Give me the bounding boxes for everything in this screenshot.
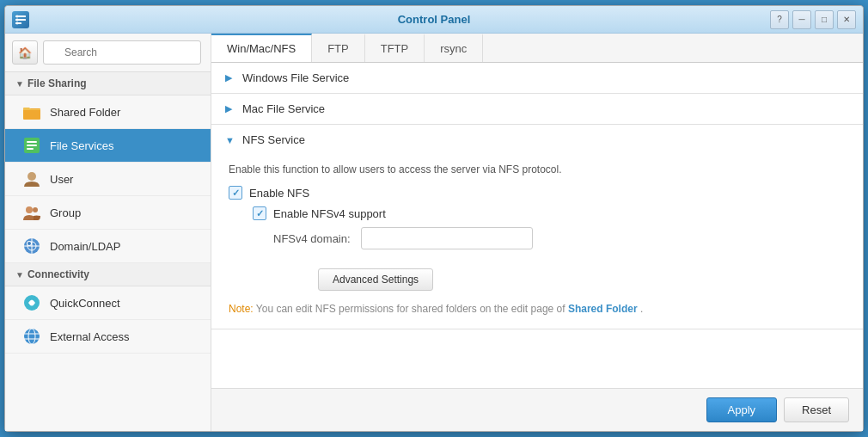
search-wrapper: 🔍 <box>43 40 204 65</box>
svg-point-17 <box>28 242 31 245</box>
window-title: Control Panel <box>398 13 471 26</box>
titlebar-icon-area <box>12 11 29 28</box>
svg-rect-8 <box>27 148 34 150</box>
mac-file-service-label: Mac File Service <box>242 102 325 115</box>
connectivity-label: Connectivity <box>28 268 89 280</box>
main-panel: Win/Mac/NFS FTP TFTP rsync ▶ Wi <box>211 34 863 431</box>
minimize-button[interactable]: ─ <box>792 10 811 29</box>
footer-bar: Apply Reset <box>211 388 863 431</box>
svg-rect-6 <box>27 141 37 143</box>
windows-file-service-section: ▶ Windows File Service <box>211 63 863 94</box>
file-sharing-header[interactable]: ▼ File Sharing <box>5 72 211 95</box>
help-button[interactable]: ? <box>770 10 789 29</box>
domain-icon <box>22 237 41 255</box>
nfs-service-header[interactable]: ▼ NFS Service <box>211 125 863 155</box>
connectivity-header[interactable]: ▼ Connectivity <box>5 263 211 286</box>
apply-button[interactable]: Apply <box>706 397 778 422</box>
close-button[interactable]: ✕ <box>837 10 856 29</box>
svg-point-11 <box>33 207 38 212</box>
nfsv4-domain-label: NFSv4 domain: <box>273 232 351 245</box>
user-label: User <box>50 173 73 186</box>
sidebar-item-external-access[interactable]: External Access <box>5 320 211 354</box>
quickconnect-icon <box>22 293 41 312</box>
windows-file-service-header[interactable]: ▶ Windows File Service <box>211 63 863 93</box>
svg-point-9 <box>28 172 36 181</box>
maximize-button[interactable]: □ <box>815 10 834 29</box>
mac-file-service-section: ▶ Mac File Service <box>211 94 863 125</box>
search-input[interactable] <box>43 40 201 65</box>
mac-file-service-arrow: ▶ <box>225 103 235 114</box>
tab-bar: Win/Mac/NFS FTP TFTP rsync <box>211 34 863 63</box>
app-icon <box>12 11 29 28</box>
tab-ftp[interactable]: FTP <box>312 34 365 62</box>
shared-folder-link[interactable]: Shared Folder <box>568 303 638 315</box>
note-text: Note: You can edit NFS permissions for s… <box>229 303 846 315</box>
mac-file-service-header[interactable]: ▶ Mac File Service <box>211 94 863 124</box>
nfsv4-domain-row: NFSv4 domain: <box>273 227 846 249</box>
tab-tftp[interactable]: TFTP <box>365 34 425 62</box>
sidebar-item-shared-folder[interactable]: Shared Folder <box>5 95 211 129</box>
sidebar-search-area: 🏠 🔍 <box>5 34 211 72</box>
sidebar-item-group[interactable]: Group <box>5 196 211 230</box>
svg-rect-3 <box>16 15 18 25</box>
enable-nfsv4-checkbox[interactable] <box>253 206 266 220</box>
quickconnect-label: QuickConnect <box>50 297 120 310</box>
sidebar: 🏠 🔍 ▼ File Sharing Shared Folder <box>5 34 211 431</box>
svg-rect-7 <box>27 145 37 146</box>
nfs-service-arrow: ▼ <box>225 135 235 145</box>
sidebar-item-quickconnect[interactable]: QuickConnect <box>5 286 211 320</box>
nfs-service-label: NFS Service <box>242 133 305 146</box>
note-suffix: . <box>640 303 643 315</box>
enable-nfsv4-row: Enable NFSv4 support <box>253 206 846 220</box>
group-icon <box>22 203 41 222</box>
nfs-service-section: ▼ NFS Service Enable this function to al… <box>211 125 863 329</box>
shared-folder-icon <box>22 102 41 121</box>
main-window: Control Panel ? ─ □ ✕ 🏠 🔍 ▼ File Sharing <box>4 5 864 432</box>
domain-ldap-label: Domain/LDAP <box>50 240 120 253</box>
enable-nfs-checkbox[interactable] <box>229 186 242 200</box>
file-services-icon <box>22 136 41 155</box>
windows-file-service-arrow: ▶ <box>225 72 235 83</box>
nfs-service-body: Enable this function to allow users to a… <box>211 155 863 329</box>
external-access-icon <box>22 327 41 346</box>
enable-nfs-label: Enable NFS <box>249 187 309 200</box>
titlebar-controls: ? ─ □ ✕ <box>770 10 856 29</box>
sidebar-item-file-services[interactable]: File Services <box>5 129 211 163</box>
file-sharing-chevron: ▼ <box>15 79 24 89</box>
reset-button[interactable]: Reset <box>784 397 849 422</box>
note-body: You can edit NFS permissions for shared … <box>256 303 568 315</box>
tab-rsync[interactable]: rsync <box>425 34 483 62</box>
file-services-label: File Services <box>50 139 113 152</box>
nfs-description: Enable this function to allow users to a… <box>229 163 846 175</box>
windows-file-service-label: Windows File Service <box>242 71 349 84</box>
note-label: Note: <box>229 303 254 315</box>
connectivity-chevron: ▼ <box>15 270 24 280</box>
svg-point-19 <box>24 329 40 344</box>
sidebar-item-domain-ldap[interactable]: Domain/LDAP <box>5 230 211 263</box>
advanced-settings-button[interactable]: Advanced Settings <box>318 268 433 291</box>
tab-win-mac-nfs[interactable]: Win/Mac/NFS <box>211 34 312 62</box>
panel-content: ▶ Windows File Service ▶ Mac File Servic… <box>211 63 863 388</box>
user-icon <box>22 169 41 188</box>
svg-point-10 <box>26 206 33 213</box>
enable-nfs-row: Enable NFS <box>229 186 846 200</box>
shared-folder-label: Shared Folder <box>50 106 120 119</box>
titlebar: Control Panel ? ─ □ ✕ <box>5 6 863 34</box>
content-area: 🏠 🔍 ▼ File Sharing Shared Folder <box>5 34 863 431</box>
enable-nfsv4-label: Enable NFSv4 support <box>273 207 386 220</box>
nfsv4-domain-input[interactable] <box>361 227 533 249</box>
group-label: Group <box>50 206 81 219</box>
external-access-label: External Access <box>50 330 130 343</box>
file-sharing-label: File Sharing <box>28 77 87 89</box>
sidebar-item-user[interactable]: User <box>5 163 211 196</box>
home-button[interactable]: 🏠 <box>12 40 38 65</box>
